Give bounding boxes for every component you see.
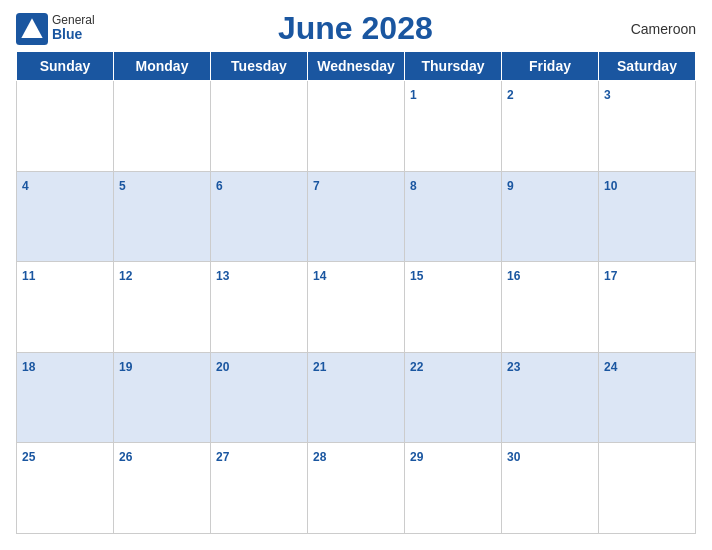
week-row-2: 45678910 [17,171,696,262]
day-18: 18 [17,352,114,443]
day-9: 9 [502,171,599,262]
day-number: 22 [410,360,423,374]
day-14: 14 [308,262,405,353]
empty-cell [114,81,211,172]
day-number: 6 [216,179,223,193]
day-number: 11 [22,269,35,283]
weekday-thursday: Thursday [405,52,502,81]
day-number: 7 [313,179,320,193]
week-row-4: 18192021222324 [17,352,696,443]
week-row-5: 252627282930 [17,443,696,534]
calendar-table: SundayMondayTuesdayWednesdayThursdayFrid… [16,51,696,534]
day-3: 3 [599,81,696,172]
day-26: 26 [114,443,211,534]
day-20: 20 [211,352,308,443]
weekday-wednesday: Wednesday [308,52,405,81]
empty-cell [308,81,405,172]
day-13: 13 [211,262,308,353]
weekday-saturday: Saturday [599,52,696,81]
day-number: 17 [604,269,617,283]
day-2: 2 [502,81,599,172]
day-number: 26 [119,450,132,464]
day-number: 3 [604,88,611,102]
day-number: 27 [216,450,229,464]
weekday-sunday: Sunday [17,52,114,81]
day-8: 8 [405,171,502,262]
week-row-3: 11121314151617 [17,262,696,353]
day-17: 17 [599,262,696,353]
day-number: 20 [216,360,229,374]
day-22: 22 [405,352,502,443]
day-5: 5 [114,171,211,262]
day-number: 2 [507,88,514,102]
day-15: 15 [405,262,502,353]
day-23: 23 [502,352,599,443]
empty-cell [599,443,696,534]
day-21: 21 [308,352,405,443]
calendar-title: June 2028 [95,10,616,47]
weekday-header-row: SundayMondayTuesdayWednesdayThursdayFrid… [17,52,696,81]
day-7: 7 [308,171,405,262]
day-number: 5 [119,179,126,193]
day-number: 12 [119,269,132,283]
empty-cell [211,81,308,172]
day-number: 19 [119,360,132,374]
weekday-monday: Monday [114,52,211,81]
day-19: 19 [114,352,211,443]
day-16: 16 [502,262,599,353]
day-number: 8 [410,179,417,193]
day-30: 30 [502,443,599,534]
logo: General Blue [16,13,95,45]
day-number: 15 [410,269,423,283]
logo-icon [16,13,48,45]
day-10: 10 [599,171,696,262]
calendar-header: General Blue June 2028 Cameroon [16,10,696,47]
day-number: 14 [313,269,326,283]
day-number: 30 [507,450,520,464]
day-11: 11 [17,262,114,353]
day-number: 29 [410,450,423,464]
day-12: 12 [114,262,211,353]
day-4: 4 [17,171,114,262]
day-24: 24 [599,352,696,443]
day-1: 1 [405,81,502,172]
day-number: 9 [507,179,514,193]
day-29: 29 [405,443,502,534]
day-number: 24 [604,360,617,374]
day-6: 6 [211,171,308,262]
day-number: 1 [410,88,417,102]
day-number: 13 [216,269,229,283]
logo-text: General Blue [52,14,95,43]
weekday-friday: Friday [502,52,599,81]
day-number: 18 [22,360,35,374]
day-number: 25 [22,450,35,464]
day-number: 10 [604,179,617,193]
country-label: Cameroon [616,21,696,37]
weekday-tuesday: Tuesday [211,52,308,81]
empty-cell [17,81,114,172]
week-row-1: 123 [17,81,696,172]
day-27: 27 [211,443,308,534]
day-number: 4 [22,179,29,193]
day-number: 21 [313,360,326,374]
day-25: 25 [17,443,114,534]
day-number: 28 [313,450,326,464]
logo-blue-label: Blue [52,27,95,42]
day-number: 23 [507,360,520,374]
day-number: 16 [507,269,520,283]
day-28: 28 [308,443,405,534]
